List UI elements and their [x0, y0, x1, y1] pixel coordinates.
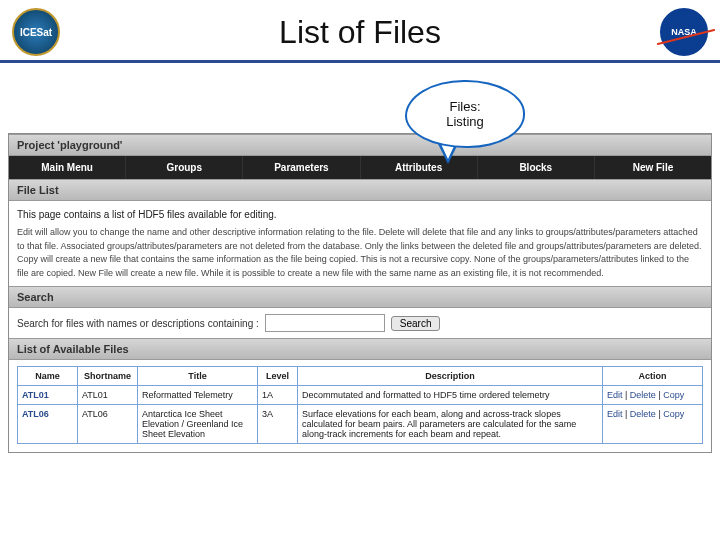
col-description: Description [298, 367, 603, 386]
nav-groups[interactable]: Groups [126, 156, 243, 179]
col-action: Action [603, 367, 703, 386]
file-title: Antarctica Ice Sheet Elevation / Greenla… [138, 405, 258, 444]
table-row: ATL01 ATL01 Reformatted Telemetry 1A Dec… [18, 386, 703, 405]
search-button[interactable]: Search [391, 316, 441, 331]
copy-link[interactable]: Copy [663, 390, 684, 400]
help-body: Edit will allow you to change the name a… [17, 226, 703, 280]
main-nav: Main Menu Groups Parameters Attributes B… [9, 156, 711, 179]
col-shortname: Shortname [78, 367, 138, 386]
file-shortname: ATL01 [78, 386, 138, 405]
search-input[interactable] [265, 314, 385, 332]
edit-link[interactable]: Edit [607, 409, 623, 419]
nasa-logo: NASA [660, 8, 708, 56]
nav-blocks[interactable]: Blocks [478, 156, 595, 179]
file-name-link[interactable]: ATL01 [22, 390, 49, 400]
file-list-header: File List [9, 179, 711, 201]
search-header: Search [9, 286, 711, 308]
project-header: Project 'playground' [9, 134, 711, 156]
search-row: Search for files with names or descripti… [9, 308, 711, 338]
file-shortname: ATL06 [78, 405, 138, 444]
nav-main-menu[interactable]: Main Menu [9, 156, 126, 179]
slide-title: List of Files [60, 14, 660, 51]
file-description: Decommutated and formatted to HDF5 time … [298, 386, 603, 405]
file-description: Surface elevations for each beam, along … [298, 405, 603, 444]
table-row: ATL06 ATL06 Antarctica Ice Sheet Elevati… [18, 405, 703, 444]
file-name-link[interactable]: ATL06 [22, 409, 49, 419]
edit-link[interactable]: Edit [607, 390, 623, 400]
file-actions: Edit | Delete | Copy [603, 386, 703, 405]
file-title: Reformatted Telemetry [138, 386, 258, 405]
help-lead: This page contains a list of HDF5 files … [17, 207, 703, 222]
slide-header: ICESat List of Files NASA [0, 0, 720, 63]
nav-attributes[interactable]: Attributes [361, 156, 478, 179]
col-level: Level [258, 367, 298, 386]
search-label: Search for files with names or descripti… [17, 318, 259, 329]
delete-link[interactable]: Delete [630, 409, 656, 419]
callout-line2: Listing [446, 114, 484, 129]
list-header: List of Available Files [9, 338, 711, 360]
nav-new-file[interactable]: New File [595, 156, 711, 179]
delete-link[interactable]: Delete [630, 390, 656, 400]
file-actions: Edit | Delete | Copy [603, 405, 703, 444]
col-title: Title [138, 367, 258, 386]
files-table: Name Shortname Title Level Description A… [17, 366, 703, 444]
app-frame: Project 'playground' Main Menu Groups Pa… [8, 133, 712, 453]
callout-line1: Files: [449, 99, 480, 114]
file-level: 3A [258, 405, 298, 444]
callout-bubble: Files: Listing [405, 80, 525, 148]
col-name: Name [18, 367, 78, 386]
help-text: This page contains a list of HDF5 files … [9, 201, 711, 286]
file-level: 1A [258, 386, 298, 405]
icesat-logo: ICESat [12, 8, 60, 56]
nav-parameters[interactable]: Parameters [243, 156, 360, 179]
copy-link[interactable]: Copy [663, 409, 684, 419]
